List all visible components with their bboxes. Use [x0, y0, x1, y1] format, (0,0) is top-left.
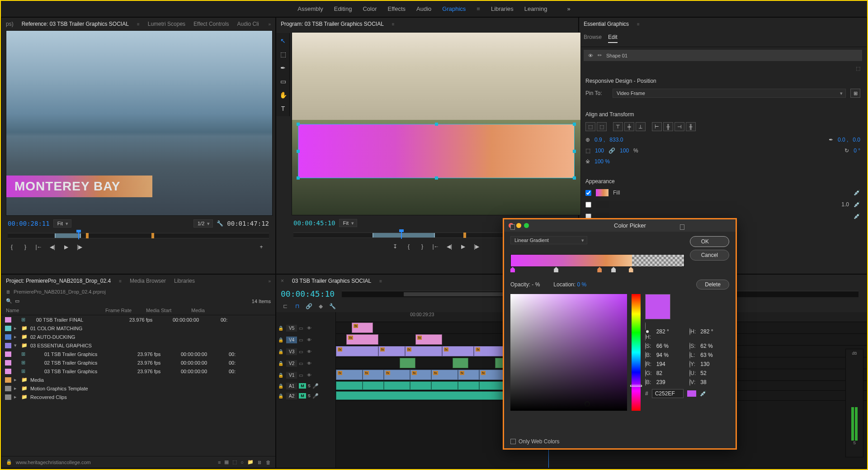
audio-clip[interactable] [363, 381, 384, 390]
col-frame-rate[interactable]: Frame Rate [105, 308, 146, 313]
opacity-value[interactable]: - % [532, 281, 540, 288]
eye-icon[interactable]: 👁 [307, 337, 313, 342]
hsl-h[interactable]: 282 ° [700, 328, 729, 335]
disclosure-icon[interactable]: ▸ [14, 385, 19, 391]
nest-icon[interactable]: ⊏ [281, 302, 290, 310]
step-fwd-icon[interactable]: |▶ [74, 242, 85, 252]
scale-h[interactable]: 100 [620, 147, 629, 154]
step-fwd-icon[interactable]: |▶ [471, 242, 482, 252]
sb-cursor[interactable] [585, 401, 590, 407]
col-name[interactable]: Name [6, 308, 105, 313]
panel-menu-icon[interactable]: ≡ [137, 22, 140, 27]
scale-link-icon[interactable]: 🔗 [609, 147, 615, 154]
new-bin-icon[interactable]: 📁 [247, 459, 254, 465]
marker-icon[interactable]: ◆ [316, 302, 325, 310]
mark-out-icon[interactable]: } [19, 242, 31, 252]
project-row[interactable]: ▸📁Motion Graphics Template [1, 384, 275, 393]
disclosure-icon[interactable]: ▸ [14, 394, 19, 400]
toggle-track-icon[interactable]: ▭ [299, 361, 305, 366]
hsb-s[interactable]: 66 % [656, 343, 685, 349]
panel-menu-icon[interactable]: ≡ [379, 279, 382, 284]
program-video[interactable] [292, 32, 581, 215]
add-marker-icon[interactable]: + [255, 242, 267, 252]
clip[interactable] [346, 334, 378, 345]
hue-indicator[interactable] [630, 385, 642, 387]
anchor-y[interactable]: 0.0 [853, 137, 860, 143]
stroke-width[interactable]: 1.0 [841, 201, 849, 208]
project-row[interactable]: ⊞02 TSB Trailer Graphics23.976 fps00:00:… [1, 358, 275, 367]
gradient-stop[interactable] [597, 267, 602, 272]
hex-input[interactable] [652, 389, 684, 398]
zoom-slider[interactable]: ○ [241, 460, 244, 465]
toggle-track-icon[interactable]: ▭ [299, 373, 305, 378]
eyedropper-icon[interactable]: 💉 [854, 190, 860, 196]
selection-tool-icon[interactable]: ↖ [278, 36, 288, 46]
filter-icon[interactable]: ▭ [15, 298, 19, 304]
ws-more-icon[interactable]: » [567, 5, 570, 12]
new-item-icon[interactable]: 🗎 [257, 460, 262, 465]
rgb-g[interactable]: 82 [656, 370, 685, 376]
ws-tab-libraries[interactable]: Libraries [491, 5, 514, 12]
settings-icon[interactable]: 🔧 [217, 220, 223, 227]
ws-tab-graphics[interactable]: Graphics [442, 5, 466, 12]
disclosure-icon[interactable]: ▸ [14, 334, 19, 340]
scale-w[interactable]: 100 [595, 147, 604, 154]
clip[interactable] [410, 370, 431, 380]
minimize-icon[interactable] [516, 223, 521, 228]
track-v5[interactable]: V5 [286, 325, 297, 332]
toggle-track-icon[interactable]: ▭ [299, 337, 305, 342]
maximize-icon[interactable] [524, 223, 529, 228]
clip[interactable] [479, 370, 506, 380]
footer-link[interactable]: www.heritagechristiancollege.com [16, 460, 91, 465]
hsb-h[interactable]: 282 ° [656, 328, 685, 335]
ref-tab-lumetri[interactable]: Lumetri Scopes [148, 21, 185, 27]
stroke-checkbox[interactable] [585, 202, 591, 208]
lock-icon[interactable]: 🔒 [278, 394, 284, 399]
align-bottom-icon[interactable]: ⊥ [636, 122, 646, 131]
pen-tool-icon[interactable]: ✒ [278, 63, 288, 73]
icon-view-icon[interactable]: ▦ [224, 459, 229, 465]
yuv-v[interactable]: 38 [700, 379, 729, 385]
gradient-preview[interactable] [510, 254, 684, 267]
project-row[interactable]: ▸📁01 COLOR MATCHING [1, 324, 275, 332]
mute-button[interactable]: M [299, 383, 306, 389]
yuv-u[interactable]: 52 [700, 370, 729, 376]
solo-label[interactable]: S [848, 441, 861, 445]
audio-clip[interactable] [410, 381, 431, 390]
rgb-b[interactable]: 239 [656, 379, 685, 385]
project-row[interactable]: ▸📁Recovered Clips [1, 393, 275, 401]
col-media[interactable]: Media [191, 308, 205, 313]
gradient-type-dropdown[interactable]: Linear Gradient [510, 236, 587, 244]
panel-menu-icon[interactable]: ≡ [392, 22, 395, 27]
disclosure-icon[interactable]: ▸ [14, 325, 19, 331]
fill-swatch[interactable] [596, 189, 609, 196]
mark-out-icon[interactable]: { [403, 242, 415, 252]
audio-clip[interactable] [458, 381, 479, 390]
panel-menu-icon[interactable]: ≡ [119, 279, 122, 284]
eg-tab-browse[interactable]: Browse [584, 34, 602, 43]
ws-tab-learning[interactable]: Learning [524, 5, 547, 12]
freeform-view-icon[interactable]: ⬚ [232, 459, 237, 465]
ws-tab-editing[interactable]: Editing [334, 5, 352, 12]
ref-tab-audio[interactable]: Audio Cli [237, 21, 259, 27]
align-top-icon[interactable]: ⊤ [613, 122, 623, 131]
toggle-track-icon[interactable]: ▭ [299, 326, 305, 331]
audio-clip[interactable] [479, 381, 506, 390]
hsl-l[interactable]: 63 % [700, 352, 729, 358]
panel-overflow-icon[interactable]: » [268, 279, 271, 284]
hsb-b[interactable]: 94 % [656, 352, 685, 358]
program-fit-dropdown[interactable]: Fit [339, 219, 357, 227]
timeline-timecode[interactable]: 00:00:45:10 [281, 289, 335, 299]
rgb-r[interactable]: 194 [656, 361, 685, 367]
audio-clip[interactable] [384, 381, 410, 390]
audio-clip[interactable] [431, 381, 458, 390]
gradient-midpoint[interactable] [554, 267, 558, 272]
project-row[interactable]: ⊞03 TSB Trailer Graphics23.976 fps00:00:… [1, 367, 275, 375]
rotation[interactable]: 0 ° [854, 147, 860, 154]
col-media-start[interactable]: Media Start [146, 308, 191, 313]
eyedropper-icon[interactable]: 💉 [854, 201, 860, 208]
project-row[interactable]: ⊞01 TSB Trailer Graphics23.976 fps00:00:… [1, 350, 275, 358]
eg-layer[interactable]: 👁 ✏ Shape 01 [584, 50, 862, 61]
align-middle-icon[interactable]: ╪ [624, 122, 634, 131]
fill-checkbox[interactable] [585, 190, 591, 196]
